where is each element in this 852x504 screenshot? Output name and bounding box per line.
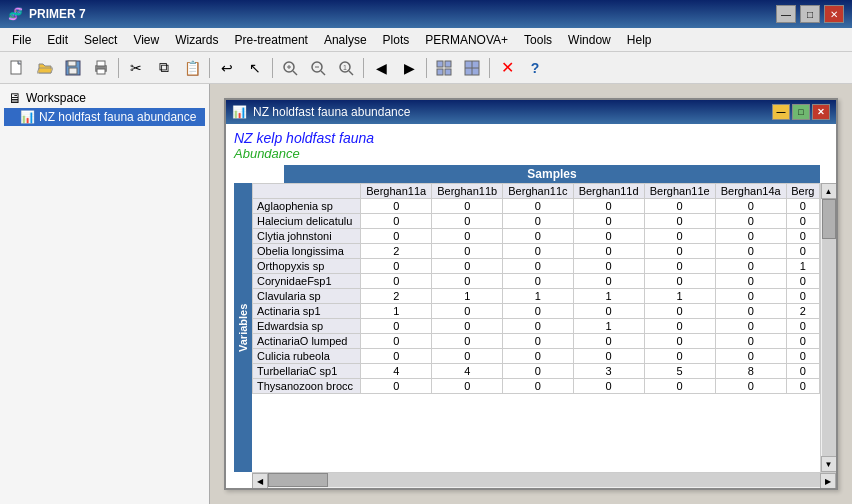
- menu-plots[interactable]: Plots: [375, 28, 418, 51]
- dw-minimize-button[interactable]: —: [772, 104, 790, 120]
- data-cell[interactable]: 0: [786, 289, 819, 304]
- data-cell[interactable]: 0: [432, 199, 503, 214]
- dw-close-button[interactable]: ✕: [812, 104, 830, 120]
- grid1-button[interactable]: [431, 55, 457, 81]
- data-cell[interactable]: 0: [644, 319, 715, 334]
- data-cell[interactable]: 0: [432, 304, 503, 319]
- data-cell[interactable]: 0: [644, 199, 715, 214]
- menu-edit[interactable]: Edit: [39, 28, 76, 51]
- vertical-scrollbar[interactable]: ▲ ▼: [820, 183, 836, 472]
- data-cell[interactable]: 0: [361, 334, 432, 349]
- data-cell[interactable]: 0: [644, 334, 715, 349]
- data-cell[interactable]: 0: [503, 379, 573, 394]
- data-cell[interactable]: 0: [786, 244, 819, 259]
- menu-file[interactable]: File: [4, 28, 39, 51]
- sidebar-item-dataset[interactable]: 📊 NZ holdfast fauna abundance: [4, 108, 205, 126]
- data-cell[interactable]: 0: [644, 244, 715, 259]
- data-cell[interactable]: 0: [573, 214, 644, 229]
- dw-restore-button[interactable]: □: [792, 104, 810, 120]
- menu-wizards[interactable]: Wizards: [167, 28, 226, 51]
- data-cell[interactable]: 0: [432, 229, 503, 244]
- data-cell[interactable]: 0: [786, 319, 819, 334]
- data-cell[interactable]: 0: [361, 229, 432, 244]
- data-cell[interactable]: 0: [432, 379, 503, 394]
- data-cell[interactable]: 0: [715, 289, 786, 304]
- menu-tools[interactable]: Tools: [516, 28, 560, 51]
- data-cell[interactable]: 0: [644, 259, 715, 274]
- data-cell[interactable]: 0: [573, 229, 644, 244]
- data-cell[interactable]: 0: [715, 199, 786, 214]
- data-cell[interactable]: 1: [573, 319, 644, 334]
- help-button[interactable]: ?: [522, 55, 548, 81]
- data-cell[interactable]: 0: [432, 274, 503, 289]
- data-cell[interactable]: 0: [503, 334, 573, 349]
- scroll-thumb-h[interactable]: [268, 473, 328, 487]
- data-cell[interactable]: 0: [503, 319, 573, 334]
- menu-help[interactable]: Help: [619, 28, 660, 51]
- close-button[interactable]: ✕: [824, 5, 844, 23]
- data-cell[interactable]: 0: [361, 214, 432, 229]
- save-button[interactable]: [60, 55, 86, 81]
- data-cell[interactable]: 0: [503, 349, 573, 364]
- data-cell[interactable]: 0: [503, 274, 573, 289]
- scroll-track-v[interactable]: [822, 199, 836, 456]
- data-cell[interactable]: 0: [503, 259, 573, 274]
- paste-button[interactable]: 📋: [179, 55, 205, 81]
- data-cell[interactable]: 0: [573, 334, 644, 349]
- data-cell[interactable]: 0: [715, 259, 786, 274]
- scroll-right-button[interactable]: ▶: [820, 473, 836, 488]
- forward-button[interactable]: ▶: [396, 55, 422, 81]
- cut-button[interactable]: ✂: [123, 55, 149, 81]
- data-cell[interactable]: 0: [503, 229, 573, 244]
- data-cell[interactable]: 0: [503, 199, 573, 214]
- data-cell[interactable]: 0: [503, 244, 573, 259]
- data-cell[interactable]: 0: [573, 199, 644, 214]
- data-cell[interactable]: 1: [644, 289, 715, 304]
- data-cell[interactable]: 0: [644, 304, 715, 319]
- menu-window[interactable]: Window: [560, 28, 619, 51]
- data-cell[interactable]: 0: [432, 319, 503, 334]
- data-cell[interactable]: 0: [503, 304, 573, 319]
- data-cell[interactable]: 0: [786, 214, 819, 229]
- data-cell[interactable]: 0: [644, 214, 715, 229]
- data-cell[interactable]: 0: [786, 274, 819, 289]
- data-cell[interactable]: 0: [573, 379, 644, 394]
- data-cell[interactable]: 0: [432, 334, 503, 349]
- data-cell[interactable]: 0: [715, 244, 786, 259]
- data-cell[interactable]: 0: [432, 244, 503, 259]
- horizontal-scrollbar[interactable]: ◀ ▶: [252, 472, 836, 488]
- data-cell[interactable]: 0: [715, 319, 786, 334]
- undo-button[interactable]: ↩: [214, 55, 240, 81]
- data-cell[interactable]: 0: [715, 379, 786, 394]
- data-cell[interactable]: 0: [361, 319, 432, 334]
- cursor-button[interactable]: ↖: [242, 55, 268, 81]
- menu-select[interactable]: Select: [76, 28, 125, 51]
- data-cell[interactable]: 0: [573, 259, 644, 274]
- data-cell[interactable]: 1: [573, 289, 644, 304]
- grid2-button[interactable]: [459, 55, 485, 81]
- data-cell[interactable]: 0: [361, 349, 432, 364]
- data-cell[interactable]: 0: [361, 259, 432, 274]
- data-cell[interactable]: 0: [786, 379, 819, 394]
- zoom-reset-button[interactable]: 1: [333, 55, 359, 81]
- data-cell[interactable]: 8: [715, 364, 786, 379]
- back-button[interactable]: ◀: [368, 55, 394, 81]
- data-cell[interactable]: 0: [573, 244, 644, 259]
- scroll-track-h[interactable]: [268, 473, 820, 487]
- data-cell[interactable]: 0: [432, 349, 503, 364]
- data-cell[interactable]: 0: [361, 379, 432, 394]
- zoom-in-button[interactable]: [277, 55, 303, 81]
- data-cell[interactable]: 0: [573, 274, 644, 289]
- data-cell[interactable]: 0: [644, 274, 715, 289]
- data-cell[interactable]: 0: [715, 349, 786, 364]
- data-cell[interactable]: 0: [644, 349, 715, 364]
- data-cell[interactable]: 0: [573, 304, 644, 319]
- data-cell[interactable]: 0: [715, 274, 786, 289]
- data-cell[interactable]: 2: [361, 244, 432, 259]
- data-cell[interactable]: 0: [503, 214, 573, 229]
- data-cell[interactable]: 0: [715, 304, 786, 319]
- data-cell[interactable]: 1: [432, 289, 503, 304]
- restore-button[interactable]: □: [800, 5, 820, 23]
- data-cell[interactable]: 0: [432, 259, 503, 274]
- data-cell[interactable]: 3: [573, 364, 644, 379]
